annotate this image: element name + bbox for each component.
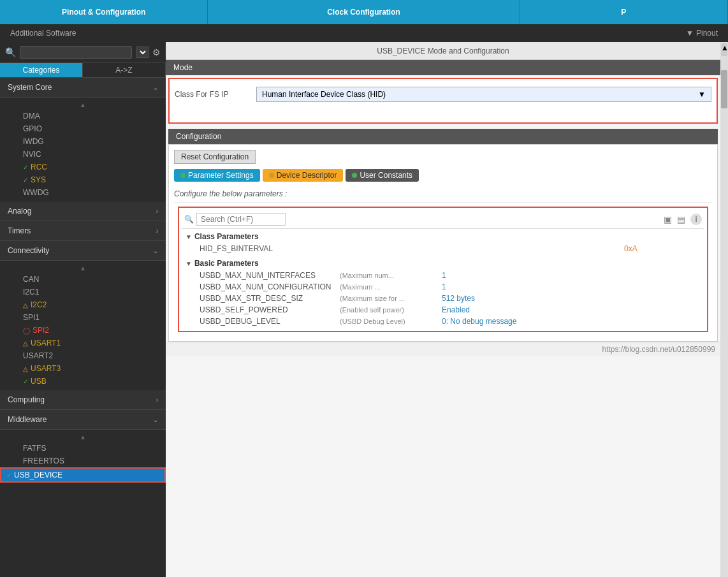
configuration-section-header: Configuration (168, 129, 718, 144)
params-icons: ▣ ▤ i (664, 214, 702, 225)
check-icon-rcc: ✓ (23, 164, 28, 171)
sidebar-item-fatfs[interactable]: FATFS (0, 442, 166, 455)
tab-pinout-configuration[interactable]: Pinout & Configuration (0, 0, 208, 24)
scroll-up-indicator-conn: ▲ (0, 263, 166, 273)
params-search-row: 🔍 ▣ ▤ i (182, 210, 704, 229)
tab-categories[interactable]: Categories (0, 63, 83, 77)
sidebar-section-header-timers[interactable]: Timers › (0, 221, 166, 241)
sidebar-item-wwdg[interactable]: WWDG (0, 186, 166, 199)
tab-az[interactable]: A->Z (83, 63, 166, 77)
chevron-down-icon-middleware: ⌄ (153, 416, 158, 423)
tab-parameter-settings[interactable]: Parameter Settings (174, 169, 260, 182)
sidebar-section-connectivity: Connectivity ⌄ ▲ CAN I2C1 △ I2C2 (0, 241, 166, 390)
sidebar-section-middleware: Middleware ⌄ ▲ FATFS FREERTOS ✓ USB_DEVI… (0, 410, 166, 485)
search-dropdown[interactable] (136, 47, 149, 58)
sidebar-section-header-system-core[interactable]: System Core ⌄ (0, 78, 166, 98)
config-tabs: Parameter Settings Device Descriptor Use… (174, 169, 712, 182)
sidebar-item-can[interactable]: CAN (0, 273, 166, 286)
params-area: 🔍 ▣ ▤ i (178, 207, 708, 332)
param-max-num-interfaces: USBD_MAX_NUM_INTERFACES (Maximum num... … (182, 270, 704, 281)
top-nav: Pinout & Configuration Clock Configurati… (0, 0, 728, 24)
connectivity-items: ▲ CAN I2C1 △ I2C2 SPI1 ◯ (0, 261, 166, 390)
warning-icon-usart3: △ (23, 365, 28, 372)
sidebar-item-i2c1[interactable]: I2C1 (0, 286, 166, 298)
param-self-powered: USBD_SELF_POWERED (Enabled self power) E… (182, 304, 704, 316)
chevron-right-icon-timers: › (156, 228, 158, 235)
right-scrollbar[interactable]: ▲ (720, 42, 728, 577)
tab-device-descriptor[interactable]: Device Descriptor (263, 169, 344, 182)
class-for-fs-ip-row: Class For FS IP Human Interface Device C… (175, 87, 711, 102)
footer-url: https://blog.csdn.net/u012850999 (166, 342, 720, 356)
sidebar-section-header-connectivity[interactable]: Connectivity ⌄ (0, 241, 166, 261)
content-with-scroll: USB_DEVICE Mode and Configuration Mode C… (166, 42, 728, 577)
param-debug-level: USBD_DEBUG_LEVEL (USBD Debug Level) 0: N… (182, 316, 704, 327)
class-parameters-header[interactable]: ▼ Class Parameters (182, 230, 704, 243)
params-info-button[interactable]: i (690, 214, 702, 225)
basic-parameters-section: ▼ Basic Parameters USBD_MAX_NUM_INTERFAC… (182, 256, 704, 328)
sidebar-item-freertos[interactable]: FREERTOS (0, 455, 166, 467)
sidebar-section-header-middleware[interactable]: Middleware ⌄ (0, 410, 166, 430)
check-icon-usb: ✓ (23, 378, 28, 385)
sidebar-section-computing: Computing › (0, 390, 166, 410)
params-filter-icon[interactable]: ▣ (664, 214, 672, 224)
sidebar-item-nvic[interactable]: NVIC (0, 148, 166, 161)
sidebar-item-usart2[interactable]: USART2 (0, 349, 166, 362)
search-icon: 🔍 (5, 47, 16, 57)
params-search: 🔍 (184, 213, 286, 226)
reset-configuration-button[interactable]: Reset Configuration (174, 150, 256, 164)
class-for-fs-ip-select[interactable]: Human Interface Device Class (HID) ▼ (256, 87, 711, 102)
configure-info-text: Configure the below parameters : (174, 186, 712, 203)
params-expand-icon[interactable]: ▤ (677, 214, 685, 224)
sidebar-item-dma[interactable]: DMA (0, 110, 166, 122)
sidebar-item-usart1[interactable]: △ USART1 (0, 337, 166, 349)
scrollbar-top-arrow[interactable]: ▲ (721, 43, 727, 56)
scrollbar-thumb[interactable] (721, 70, 727, 108)
chevron-right-icon-analog: › (156, 208, 158, 215)
sidebar-item-usart3[interactable]: △ USART3 (0, 362, 166, 375)
class-parameters-section: ▼ Class Parameters HID_FS_BINTERVAL 0xA (182, 229, 704, 256)
arrow-icon: ▼ (686, 29, 694, 38)
sidebar-section-system-core: System Core ⌄ ▲ DMA GPIO IWDG NVIC (0, 78, 166, 201)
sidebar-item-rcc[interactable]: ✓ RCC (0, 161, 166, 173)
sidebar-item-i2c2[interactable]: △ I2C2 (0, 298, 166, 311)
sidebar-item-spi1[interactable]: SPI1 (0, 311, 166, 324)
content-area: USB_DEVICE Mode and Configuration Mode C… (166, 42, 720, 577)
scroll-up-indicator: ▲ (0, 100, 166, 110)
warning-icon-i2c2: △ (23, 302, 28, 309)
sidebar-item-spi2[interactable]: ◯ SPI2 (0, 324, 166, 337)
param-hid-fs-binterval: HID_FS_BINTERVAL 0xA (182, 243, 704, 254)
sidebar-item-usb-device[interactable]: ✓ USB_DEVICE (0, 467, 166, 483)
middleware-items: ▲ FATFS FREERTOS ✓ USB_DEVICE (0, 430, 166, 485)
pinout-nav[interactable]: ▼ Pinout (676, 29, 728, 38)
chevron-down-icon-connectivity: ⌄ (153, 247, 158, 254)
sidebar-section-header-computing[interactable]: Computing › (0, 390, 166, 410)
dot-user-constants (352, 173, 357, 178)
params-search-input[interactable] (196, 213, 286, 226)
basic-parameters-header[interactable]: ▼ Basic Parameters (182, 257, 704, 270)
sidebar-search-bar: 🔍 ⚙ (0, 42, 166, 63)
sidebar-item-iwdg[interactable]: IWDG (0, 135, 166, 148)
main-layout: 🔍 ⚙ Categories A->Z System Core ⌄ ▲ (0, 42, 728, 577)
sub-nav: Additional Software ▼ Pinout (0, 24, 728, 42)
usb-device-header: USB_DEVICE Mode and Configuration (166, 42, 720, 60)
tab-p[interactable]: P (520, 0, 728, 24)
gear-icon[interactable]: ⚙ (152, 47, 161, 57)
additional-software-nav[interactable]: Additional Software (0, 29, 86, 38)
mode-spacer (175, 105, 711, 117)
sidebar-section-analog: Analog › (0, 201, 166, 221)
check-icon-sys: ✓ (23, 177, 28, 184)
configuration-content: Reset Configuration Parameter Settings D… (168, 144, 718, 342)
sidebar-item-sys[interactable]: ✓ SYS (0, 173, 166, 186)
sidebar-content: System Core ⌄ ▲ DMA GPIO IWDG NVIC (0, 78, 166, 577)
param-max-num-configuration: USBD_MAX_NUM_CONFIGURATION (Maximum ... … (182, 281, 704, 293)
tab-user-constants[interactable]: User Constants (346, 169, 419, 182)
sidebar-section-header-analog[interactable]: Analog › (0, 201, 166, 221)
search-input[interactable] (20, 46, 132, 59)
sidebar-item-usb[interactable]: ✓ USB (0, 375, 166, 388)
sidebar-item-gpio[interactable]: GPIO (0, 122, 166, 135)
param-max-str-desc-siz: USBD_MAX_STR_DESC_SIZ (Maximum size for … (182, 293, 704, 304)
chevron-right-icon-computing: › (156, 397, 158, 404)
chevron-down-basic-params: ▼ (186, 260, 192, 267)
tab-clock-configuration[interactable]: Clock Configuration (208, 0, 520, 24)
mode-section: Class For FS IP Human Interface Device C… (168, 78, 718, 124)
